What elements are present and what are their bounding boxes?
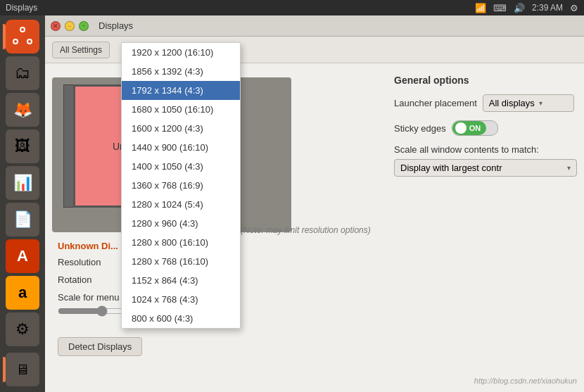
volume-icon: 🔊 [514, 3, 525, 13]
res-item-2[interactable]: 1792 x 1344 (4:3) [122, 81, 240, 100]
resolution-label: Resolution [58, 257, 114, 267]
sidebar-item-firefox[interactable]: 🦊 [6, 93, 39, 127]
scale-dropdown-arrow: ▾ [567, 164, 571, 172]
right-panel: General options Launcher placement All d… [394, 70, 577, 385]
firefox-icon: 🦊 [13, 101, 32, 119]
detect-displays-button[interactable]: Detect Displays [58, 337, 142, 356]
res-item-3[interactable]: 1680 x 1050 (16:10) [122, 100, 240, 119]
text-editor-icon: A [17, 247, 28, 265]
res-item-7[interactable]: 1360 x 768 (16:9) [122, 176, 240, 195]
window-title: Displays [99, 20, 133, 31]
toggle-off-part [486, 127, 497, 129]
resolution-dropdown-menu: 1920 x 1200 (16:10) 1856 x 1392 (4:3) 17… [121, 42, 241, 329]
toggle-on-part: ON [452, 121, 487, 135]
watermark: http://blog.csdn.net/xiaohukun [474, 377, 577, 385]
topbar: Displays 📶 ⌨ 🔊 2:39 AM ⚙ [0, 0, 584, 15]
toggle-circle [455, 122, 466, 134]
res-item-11[interactable]: 1280 x 768 (16:10) [122, 252, 240, 271]
res-item-14[interactable]: 800 x 600 (4:3) [122, 309, 240, 328]
amazon-icon: a [18, 284, 27, 302]
res-item-1[interactable]: 1856 x 1392 (4:3) [122, 62, 240, 81]
keyboard-icon: ⌨ [493, 3, 507, 13]
launcher-dropdown-arrow: ▾ [539, 99, 542, 107]
gear-icon[interactable]: ⚙ [570, 3, 578, 13]
res-item-12[interactable]: 1152 x 864 (4:3) [122, 271, 240, 290]
rotation-label: Rotation [58, 274, 114, 285]
resolution-note: (Note: may limit resolution options) [241, 225, 371, 235]
display-icon: 🖥 [15, 362, 30, 378]
sidebar-item-files[interactable]: 🗂 [6, 56, 39, 90]
document-icon: 📄 [13, 210, 32, 229]
launcher-placement-dropdown[interactable]: All displays ▾ [483, 94, 574, 112]
files-icon: 🗂 [15, 64, 30, 82]
svg-point-6 [28, 40, 31, 43]
scale-contents-value: Display with largest contr [400, 163, 563, 173]
scale-contents-section: Scale all window contents to match: Disp… [394, 144, 577, 177]
topbar-right: 📶 ⌨ 🔊 2:39 AM ⚙ [475, 3, 578, 13]
minimize-button[interactable]: – [65, 21, 75, 31]
launcher-placement-label: Launcher placement [394, 98, 477, 108]
toggle-on-label: ON [469, 124, 481, 132]
ubuntu-logo-icon [10, 24, 35, 49]
scale-contents-label: Scale all window contents to match: [394, 144, 577, 155]
res-item-9[interactable]: 1280 x 960 (4:3) [122, 214, 240, 233]
sticky-edges-row: Sticky edges ON [394, 120, 577, 136]
detect-button-wrapper: Detect Displays [58, 334, 381, 356]
res-item-5[interactable]: 1440 x 900 (16:10) [122, 138, 240, 157]
sidebar-item-spreadsheet[interactable]: 📊 [6, 166, 39, 200]
close-button[interactable]: ✕ [51, 21, 61, 31]
maximize-icon: + [82, 23, 85, 30]
res-item-6[interactable]: 1400 x 1050 (4:3) [122, 157, 240, 176]
scale-contents-dropdown[interactable]: Display with largest contr ▾ [394, 159, 577, 177]
all-settings-button[interactable]: All Settings [52, 42, 110, 58]
svg-point-5 [14, 40, 17, 43]
res-item-0[interactable]: 1920 x 1200 (16:10) [122, 43, 240, 62]
svg-point-4 [21, 28, 24, 31]
sidebar-item-document[interactable]: 📄 [6, 203, 39, 236]
res-item-13[interactable]: 1024 x 768 (4:3) [122, 290, 240, 309]
settings-icon: ⚙ [15, 320, 30, 339]
maximize-button[interactable]: + [79, 21, 89, 31]
sticky-edges-label: Sticky edges [394, 123, 446, 134]
sidebar-item-display[interactable]: 🖥 [6, 353, 39, 386]
topbar-app-label: Displays [6, 3, 37, 13]
launcher-placement-row: Launcher placement All displays ▾ [394, 94, 577, 112]
sidebar-item-text-editor[interactable]: A [6, 239, 39, 273]
res-item-10[interactable]: 1280 x 800 (16:10) [122, 233, 240, 252]
res-item-8[interactable]: 1280 x 1024 (5:4) [122, 195, 240, 214]
sticky-edges-toggle[interactable]: ON [452, 120, 499, 136]
sidebar-item-ubuntu[interactable] [6, 20, 39, 53]
topbar-left: Displays [6, 3, 37, 13]
sidebar-item-settings[interactable]: ⚙ [6, 312, 39, 346]
time-display: 2:39 AM [532, 3, 563, 13]
network-icon: 📶 [475, 3, 486, 13]
sidebar: 🗂 🦊 🖼 📊 📄 A a ⚙ 🖥 [0, 15, 45, 392]
sidebar-item-amazon[interactable]: a [6, 276, 39, 310]
spreadsheet-icon: 📊 [13, 174, 32, 192]
res-item-4[interactable]: 1600 x 1200 (4:3) [122, 119, 240, 138]
minimize-icon: – [68, 23, 71, 30]
general-options-title: General options [394, 75, 577, 86]
launcher-placement-value: All displays [489, 98, 535, 108]
photos-icon: 🖼 [15, 137, 30, 156]
sidebar-item-photos[interactable]: 🖼 [6, 129, 39, 163]
close-icon: ✕ [53, 23, 58, 30]
titlebar: ✕ – + Displays [45, 15, 584, 37]
